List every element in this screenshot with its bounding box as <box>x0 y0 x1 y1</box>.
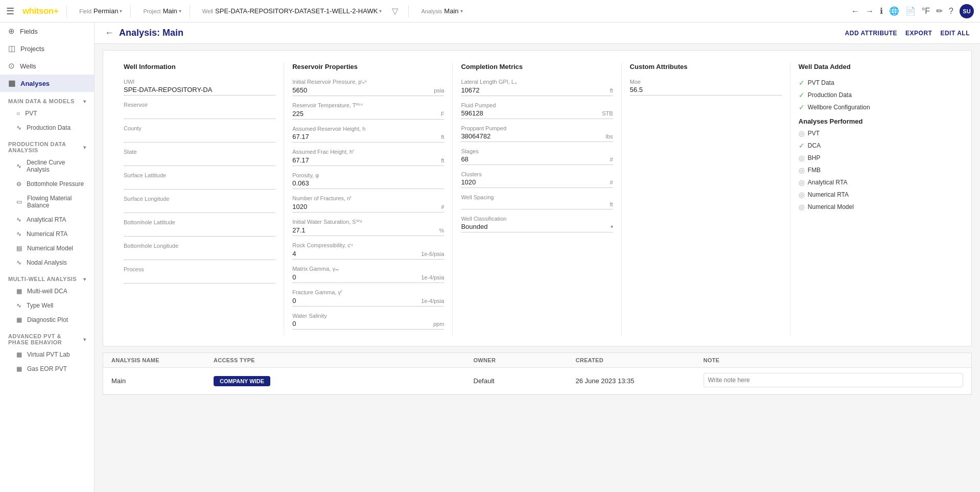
reservoir-value[interactable] <box>124 109 275 119</box>
sidebar-item-nodal[interactable]: ∿ Nodal Analysis <box>0 255 94 270</box>
sidebar-item-fmb[interactable]: ▭ Flowing Material Balance <box>0 191 94 213</box>
back-button[interactable]: ← <box>105 28 114 38</box>
sidebar-item-pvt[interactable]: ○ PVT <box>0 106 94 121</box>
comp-value-4[interactable]: 1020 # <box>461 178 613 188</box>
comp-value-3[interactable]: 68 # <box>461 155 613 165</box>
res-value-4[interactable]: 0.063 <box>292 179 444 189</box>
section-chevron-multi-well[interactable]: ▾ <box>83 276 86 282</box>
main-content: Well Information UWI SPE-DATA-REPOSITORY… <box>95 44 980 492</box>
document-icon[interactable]: 📄 <box>905 6 916 16</box>
sidebar-label-analytical-rta: Analytical RTA <box>27 216 66 223</box>
add-attribute-button[interactable]: ADD ATTRIBUTE <box>845 30 898 37</box>
user-avatar[interactable]: SU <box>960 4 974 18</box>
res-value-9[interactable]: 0 1e-4/psia <box>292 297 444 307</box>
sidebar-item-numerical-rta[interactable]: ∿ Numerical RTA <box>0 227 94 241</box>
project-dropdown[interactable]: Main ▾ <box>163 7 181 15</box>
completion-field-2: Proppant Pumped 38064782 lbs <box>461 125 613 142</box>
field-dropdown[interactable]: Permian ▾ <box>94 7 122 15</box>
res-value-8[interactable]: 0 1e-4/psia <box>292 273 444 283</box>
process-value[interactable] <box>124 273 275 284</box>
reservoir-field-5: Number of Fractures, nᶠ 1020 # <box>292 195 444 213</box>
cust-label-0: Moe <box>630 79 782 85</box>
reservoir-field-8: Matrix Gamma, γₘ 0 1e-4/psia <box>292 266 444 283</box>
row-note[interactable] <box>704 373 964 389</box>
state-value[interactable] <box>124 156 275 166</box>
analyses-item-0: ◎PVT <box>799 129 951 137</box>
col-header-created: Created <box>576 357 704 363</box>
comp-value-2[interactable]: 38064782 lbs <box>461 132 613 142</box>
sidebar-item-fields[interactable]: ⊕ Fields <box>0 22 94 40</box>
filter-icon[interactable]: ▽ <box>392 6 398 16</box>
sidebar-item-bhp[interactable]: ⊖ Bottomhole Pressure <box>0 177 94 191</box>
comp-value-0[interactable]: 10672 ft <box>461 86 613 96</box>
section-label-production-analysis: Production Data Analysis <box>8 141 83 153</box>
field-value: Permian <box>94 7 118 15</box>
sidebar-item-projects[interactable]: ◫ Projects <box>0 40 94 57</box>
well-dropdown[interactable]: SPE-DATA-REPOSITORY-DATASET-1-WELL-2-HAW… <box>215 7 382 15</box>
reservoir-field-6: Initial Water Saturation, Sᵂᶢ 27.1 % <box>292 219 444 236</box>
section-chevron-advanced-pvt[interactable]: ▾ <box>83 337 86 342</box>
sidebar-item-multi-well-dca[interactable]: ▦ Multi-well DCA <box>0 284 94 298</box>
comp-label-0: Lateral Length GPI, Lₓ <box>461 79 613 85</box>
info-icon[interactable]: ℹ <box>880 6 883 16</box>
sidebar-item-dca[interactable]: ∿ Decline Curve Analysis <box>0 155 94 177</box>
section-chevron-production[interactable]: ▾ <box>83 145 86 150</box>
sidebar-item-gas-eor[interactable]: ▦ Gas EOR PVT <box>0 362 94 376</box>
res-value-10[interactable]: 0 ppm <box>292 320 444 330</box>
analyses-check-1: ✓ <box>799 142 805 150</box>
sidebar-item-production-data[interactable]: ∿ Production Data <box>0 121 94 135</box>
globe-icon[interactable]: 🌐 <box>889 6 899 16</box>
comp-value-5[interactable]: ft <box>461 201 613 209</box>
res-value-6[interactable]: 27.1 % <box>292 226 444 236</box>
well-data-item-1: ✓Production Data <box>799 91 951 99</box>
sidebar-item-type-well[interactable]: ∿ Type Well <box>0 298 94 313</box>
edit-icon[interactable]: ✏ <box>936 6 943 16</box>
sidebar-item-wells[interactable]: ⊙ Wells <box>0 57 94 75</box>
res-value-1[interactable]: 225 F <box>292 110 444 120</box>
nodal-icon: ∿ <box>16 259 21 266</box>
comp-value-1[interactable]: 596128 STB <box>461 109 613 119</box>
cust-value-0[interactable]: 56.5 <box>630 86 782 96</box>
help-icon[interactable]: ? <box>949 7 953 16</box>
well-data-check-0: ✓ <box>799 79 805 87</box>
analysis-dropdown[interactable]: Main ▾ <box>444 7 462 15</box>
res-value-5[interactable]: 1020 # <box>292 203 444 213</box>
sidebar-item-analytical-rta[interactable]: ∿ Analytical RTA <box>0 213 94 227</box>
uwi-value[interactable]: SPE-DATA-REPOSITORY-DA <box>124 86 275 96</box>
res-label-9: Fracture Gamma, γᶠ <box>292 289 444 296</box>
back-nav-icon[interactable]: ← <box>851 7 859 16</box>
sidebar-item-numerical-model[interactable]: ▤ Numerical Model <box>0 241 94 255</box>
section-chevron-main-data[interactable]: ▾ <box>83 99 86 104</box>
surface-lon-label: Surface Longitude <box>124 196 275 202</box>
res-value-0[interactable]: 5650 psia <box>292 86 444 96</box>
res-value-7[interactable]: 4 1e-6/psia <box>292 250 444 260</box>
field-chevron-icon: ▾ <box>120 8 122 14</box>
res-value-3[interactable]: 67.17 ft <box>292 156 444 166</box>
page-header-left: ← Analysis: Main <box>105 28 183 38</box>
res-value-2[interactable]: 67.17 ft <box>292 133 444 143</box>
nav-separator-2 <box>130 5 131 17</box>
bh-lon-value[interactable] <box>124 250 275 260</box>
forward-nav-icon[interactable]: → <box>866 7 874 16</box>
bh-lat-label: Bottomhole Lattitude <box>124 219 275 225</box>
well-data-title: Well Data Added <box>799 63 951 71</box>
surface-lat-value[interactable] <box>124 179 275 190</box>
hamburger-icon[interactable]: ☰ <box>6 6 14 17</box>
edit-all-button[interactable]: EDIT ALL <box>940 30 970 37</box>
sidebar-item-diagnostic-plot[interactable]: ▦ Diagnostic Plot <box>0 313 94 327</box>
surface-lon-value[interactable] <box>124 203 275 213</box>
sidebar-item-virtual-pvt[interactable]: ▦ Virtual PVT Lab <box>0 347 94 362</box>
note-input[interactable] <box>704 373 964 387</box>
sidebar-item-analyses[interactable]: ▦ Analyses <box>0 75 94 92</box>
completion-field-1: Fluid Pumped 596128 STB <box>461 102 613 119</box>
bh-lat-value[interactable] <box>124 226 275 237</box>
analyses-icon: ▦ <box>8 79 15 88</box>
comp-select-6[interactable]: Bounded ▾ <box>461 223 613 232</box>
surface-lon-field: Surface Longitude <box>124 196 275 213</box>
completion-metrics-col: Completion Metrics Lateral Length GPI, L… <box>453 63 621 336</box>
production-data-icon: ∿ <box>16 124 21 131</box>
res-label-4: Porosity, φ <box>292 172 444 178</box>
temp-icon[interactable]: °F <box>922 7 930 16</box>
export-button[interactable]: EXPORT <box>905 30 932 37</box>
county-value[interactable] <box>124 132 275 143</box>
